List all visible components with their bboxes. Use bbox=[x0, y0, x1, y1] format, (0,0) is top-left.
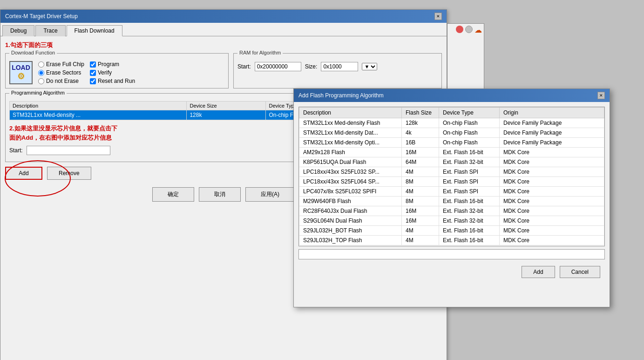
apply-button[interactable]: 应用(A) bbox=[245, 187, 295, 202]
flash-row-desc: STM32L1xx Mid-density Opti... bbox=[299, 138, 402, 148]
flash-row-type: Ext. Flash 16-bit bbox=[439, 226, 500, 236]
flash-row-size: 4k bbox=[402, 128, 439, 138]
flash-row-desc: LPC18xx/43xx S25FL064 SP... bbox=[299, 177, 402, 187]
flash-row-desc: LPC18xx/43xx S25FL032 SP... bbox=[299, 167, 402, 177]
flash-row-origin: MDK Core bbox=[500, 197, 604, 206]
flash-table-container[interactable]: Description Flash Size Device Type Origi… bbox=[298, 107, 605, 246]
start-label: Start: bbox=[9, 147, 23, 154]
flash-row-size: 8M bbox=[402, 197, 439, 206]
add-button[interactable]: Add bbox=[5, 167, 42, 180]
radio-group: Erase Full Chip Erase Sectors Do not Era… bbox=[38, 61, 84, 84]
flash-row-type: Ext. Flash SPI bbox=[439, 177, 500, 187]
ram-row: Start: Size: ▼ bbox=[237, 62, 438, 71]
flash-table-row[interactable]: LPC407x/8x S25FL032 SPIFI 4M Ext. Flash … bbox=[299, 187, 604, 197]
checkbox-verify[interactable]: Verify bbox=[90, 69, 135, 76]
flash-row-desc: S29JL032H_BOT Flash bbox=[299, 226, 402, 236]
ram-size-input[interactable] bbox=[321, 62, 358, 71]
ram-start-label: Start: bbox=[237, 63, 251, 70]
remove-button[interactable]: Remove bbox=[47, 167, 91, 180]
flash-table-row[interactable]: STM32L1xx Mid-density Opti... 16B On-chi… bbox=[299, 138, 604, 148]
ram-algorithm-group: RAM for Algorithm Start: Size: ▼ bbox=[233, 53, 442, 88]
back-window-controls: ☁ bbox=[447, 24, 484, 36]
back-min-icon[interactable] bbox=[465, 26, 473, 33]
title-bar: Cortex-M Target Driver Setup ✕ bbox=[0, 10, 447, 23]
dialog-title-bar: Add Flash Programming Algorithm ✕ bbox=[294, 89, 610, 102]
flash-table-row[interactable]: LPC18xx/43xx S25FL032 SP... 4M Ext. Flas… bbox=[299, 167, 604, 177]
flash-row-desc: STM32L1xx Mid-density Dat... bbox=[299, 128, 402, 138]
radio-input-do-not-erase[interactable] bbox=[38, 78, 44, 84]
flash-dialog: Add Flash Programming Algorithm ✕ Descri… bbox=[293, 88, 610, 307]
tab-debug[interactable]: Debug bbox=[2, 25, 34, 36]
flash-row-desc: STM32L1xx Med-density Flash bbox=[299, 118, 402, 128]
flash-table-row[interactable]: S29GL064N Dual Flash 16M Ext. Flash 32-b… bbox=[299, 216, 604, 226]
download-function-title: Download Function bbox=[9, 50, 57, 55]
checkbox-input-verify[interactable] bbox=[90, 70, 96, 76]
radio-input-erase-full[interactable] bbox=[38, 61, 44, 68]
checkbox-program[interactable]: Program bbox=[90, 61, 135, 68]
flash-row-size: 16M bbox=[402, 206, 439, 216]
flash-table-row[interactable]: RC28F640J3x Dual Flash 16M Ext. Flash 32… bbox=[299, 206, 604, 216]
flash-table-row[interactable]: K8P5615UQA Dual Flash 64M Ext. Flash 32-… bbox=[299, 157, 604, 167]
title-bar-buttons: ✕ bbox=[434, 13, 442, 20]
flash-row-type: On-chip Flash bbox=[439, 128, 500, 138]
checkbox-reset-and-run[interactable]: Reset and Run bbox=[90, 78, 135, 84]
prog-algo-title: Programming Algorithm bbox=[9, 90, 67, 95]
flash-row-size: 16M bbox=[402, 216, 439, 226]
flash-table-row[interactable]: M29W640FB Flash 8M Ext. Flash 16-bit MDK… bbox=[299, 197, 604, 206]
flash-filter-input[interactable] bbox=[298, 249, 605, 259]
flash-table-row[interactable]: S29JL032H_TOP Flash 4M Ext. Flash 16-bit… bbox=[299, 236, 604, 245]
flash-row-type: Ext. Flash 32-bit bbox=[439, 216, 500, 226]
flash-row-size: 16B bbox=[402, 138, 439, 148]
checkbox-input-program[interactable] bbox=[90, 61, 96, 68]
back-restore-icon[interactable]: ☁ bbox=[475, 26, 482, 34]
flash-row-type: Ext. Flash SPI bbox=[439, 187, 500, 197]
flash-row-type: On-chip Flash bbox=[439, 138, 500, 148]
flash-row-desc: S29JL032H_TOP Flash bbox=[299, 236, 402, 245]
flash-row-size: 4M bbox=[402, 236, 439, 245]
close-button[interactable]: ✕ bbox=[434, 13, 442, 20]
ram-size-dropdown[interactable]: ▼ bbox=[362, 63, 377, 70]
back-close-icon[interactable] bbox=[456, 26, 463, 33]
flash-row-origin: MDK Core bbox=[500, 216, 604, 226]
flash-row-type: Ext. Flash 16-bit bbox=[439, 197, 500, 206]
flash-row-desc: AM29x128 Flash bbox=[299, 148, 402, 157]
tab-trace[interactable]: Trace bbox=[35, 25, 65, 36]
flash-table-row[interactable]: LPC18xx/43xx S25FL064 SP... 8M Ext. Flas… bbox=[299, 177, 604, 187]
radio-label-erase-full: Erase Full Chip bbox=[46, 61, 84, 68]
flash-table-row[interactable]: STM32L1xx Med-density Flash 128k On-chip… bbox=[299, 118, 604, 128]
flash-row-desc: RC28F640J3x Dual Flash bbox=[299, 206, 402, 216]
flash-row-origin: MDK Core bbox=[500, 187, 604, 197]
flash-row-type: Ext. Flash 16-bit bbox=[439, 236, 500, 245]
radio-erase-full-chip[interactable]: Erase Full Chip bbox=[38, 61, 84, 68]
radio-do-not-erase[interactable]: Do not Erase bbox=[38, 78, 84, 84]
dialog-cancel-button[interactable]: Cancel bbox=[560, 266, 600, 278]
dialog-title: Add Flash Programming Algorithm bbox=[298, 92, 384, 99]
dialog-add-button[interactable]: Add bbox=[522, 266, 555, 278]
flash-row-origin: MDK Core bbox=[500, 177, 604, 187]
ram-start-input[interactable] bbox=[255, 62, 301, 71]
flash-table: Description Flash Size Device Type Origi… bbox=[299, 107, 604, 245]
radio-erase-sectors[interactable]: Erase Sectors bbox=[38, 69, 84, 76]
flash-row-origin: MDK Core bbox=[500, 157, 604, 167]
ok-button[interactable]: 确定 bbox=[152, 187, 194, 202]
radio-label-erase-sectors: Erase Sectors bbox=[46, 69, 81, 76]
radio-input-erase-sectors[interactable] bbox=[38, 70, 44, 76]
tab-flash-download[interactable]: Flash Download bbox=[67, 25, 122, 36]
flash-row-size: 128k bbox=[402, 118, 439, 128]
cancel-button[interactable]: 取消 bbox=[199, 187, 241, 202]
dialog-content: Description Flash Size Device Type Origi… bbox=[294, 102, 610, 286]
top-groups: Download Function LOAD ⚙ Erase Full Chip bbox=[5, 53, 442, 93]
flash-row-desc: LPC407x/8x S25FL032 SPIFI bbox=[299, 187, 402, 197]
row-size: 128k bbox=[187, 110, 266, 120]
flash-row-desc: S29GL064N Dual Flash bbox=[299, 216, 402, 226]
flash-table-row[interactable]: AM29x128 Flash 16M Ext. Flash 16-bit MDK… bbox=[299, 148, 604, 157]
flash-col-origin: Origin bbox=[500, 108, 604, 118]
flash-table-row[interactable]: STM32L1xx Mid-density Dat... 4k On-chip … bbox=[299, 128, 604, 138]
checkbox-input-reset-run[interactable] bbox=[90, 78, 96, 84]
start-input[interactable] bbox=[27, 146, 110, 155]
flash-table-row[interactable]: S29JL032H_BOT Flash 4M Ext. Flash 16-bit… bbox=[299, 226, 604, 236]
checkbox-group: Program Verify Reset and Run bbox=[90, 61, 135, 84]
flash-row-size: 4M bbox=[402, 167, 439, 177]
dialog-close-button[interactable]: ✕ bbox=[597, 92, 605, 99]
flash-row-type: Ext. Flash 16-bit bbox=[439, 148, 500, 157]
